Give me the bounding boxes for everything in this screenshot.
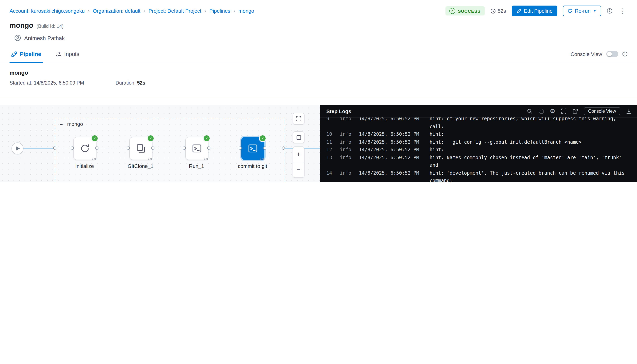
- success-check-badge: ✓: [203, 134, 210, 142]
- log-line-number: 12: [326, 146, 337, 154]
- log-level: info: [340, 130, 353, 138]
- step-card[interactable]: ✓</>: [130, 137, 152, 160]
- success-check-badge: ✓: [147, 134, 154, 142]
- rerun-button[interactable]: Re-run ▼: [563, 6, 601, 16]
- log-message: hint: git config --global init.defaultBr…: [430, 138, 632, 146]
- step-card[interactable]: ✓</>: [74, 137, 96, 160]
- breadcrumb-item[interactable]: Account: kurosakiichigo.songoku: [10, 8, 85, 14]
- step-label: GitClone_1: [115, 163, 166, 169]
- pipeline-step-node[interactable]: ✓</>GitClone_1: [130, 137, 152, 159]
- check-circle-icon: ✓: [450, 8, 455, 14]
- log-level: info: [340, 154, 353, 162]
- user-name: Animesh Pathak: [24, 35, 65, 41]
- download-icon[interactable]: [626, 108, 632, 114]
- external-link-icon[interactable]: [573, 108, 578, 114]
- fullscreen-icon[interactable]: [561, 108, 567, 114]
- tab-inputs[interactable]: Inputs: [54, 45, 81, 63]
- connector-port[interactable]: [127, 146, 130, 150]
- pipeline-step-node[interactable]: ✓</>Initialize: [74, 137, 96, 159]
- stage-group-label: mongo: [67, 121, 83, 127]
- log-line-number: 14: [326, 169, 337, 177]
- started-at: Started at: 14/8/2025, 6:50:09 PM: [10, 80, 111, 86]
- log-line-number: 13: [326, 154, 337, 162]
- pencil-icon: [516, 8, 522, 14]
- pipeline-step-node[interactable]: ✓</>Run_1: [186, 137, 208, 159]
- avatar-icon: [14, 34, 21, 41]
- log-message: hint:: [430, 146, 632, 154]
- log-message: hint: Names commonly chosen instead of '…: [430, 154, 632, 169]
- canvas-fullscreen-button[interactable]: [292, 113, 304, 125]
- connector-port[interactable]: [238, 146, 242, 150]
- connector-port[interactable]: [207, 146, 210, 150]
- connector-solid-line-start: [23, 148, 54, 148]
- zoom-in-button[interactable]: +: [293, 147, 304, 162]
- connector-port[interactable]: [263, 146, 266, 150]
- log-row: 12info14/8/2025, 6:50:52 PMhint:: [326, 146, 632, 154]
- breadcrumb-item[interactable]: mongo: [238, 8, 254, 14]
- console-view-toggle[interactable]: [606, 51, 618, 57]
- collapse-group-icon[interactable]: −: [60, 121, 63, 127]
- play-icon: [16, 146, 20, 150]
- tab-bar: Pipeline Inputs Console View: [0, 45, 637, 63]
- duration-value: 52s: [498, 8, 506, 14]
- console-view-info-icon[interactable]: [622, 51, 628, 57]
- edit-pipeline-button[interactable]: Edit Pipeline: [512, 6, 558, 16]
- edit-pipeline-label: Edit Pipeline: [524, 8, 553, 14]
- status-label: SUCCESS: [458, 8, 480, 13]
- log-message: hint:: [430, 130, 632, 138]
- breadcrumb-separator: ›: [204, 8, 206, 14]
- log-timestamp: 14/8/2025, 6:50:52 PM: [359, 154, 419, 162]
- pipeline-step-node[interactable]: ✓</>commit to git: [242, 137, 264, 159]
- terminal-icon: [248, 143, 258, 154]
- step-label: Initialize: [59, 163, 110, 169]
- log-line-number: 11: [326, 138, 337, 146]
- connector-port[interactable]: [182, 146, 186, 150]
- step-card[interactable]: ✓</>: [186, 137, 208, 160]
- clone-icon: [136, 143, 146, 154]
- success-check-badge: ✓: [259, 134, 266, 142]
- pipeline-canvas[interactable]: − mongo ✓</>Initialize✓</>GitClone_1✓</>…: [0, 105, 320, 182]
- log-level: info: [340, 138, 353, 146]
- rerun-label: Re-run: [575, 8, 591, 14]
- connector-port[interactable]: [282, 146, 285, 150]
- console-view-button[interactable]: Console View: [584, 107, 620, 115]
- breadcrumb-item[interactable]: Pipelines: [210, 8, 230, 14]
- step-logs-header: Step Logs ⚙: [320, 105, 637, 118]
- canvas-fit-view-button[interactable]: [292, 132, 304, 143]
- breadcrumb-separator: ›: [234, 8, 235, 14]
- kebab-menu-icon[interactable]: ⋮: [618, 7, 628, 15]
- log-timestamp: 14/8/2025, 6:50:52 PM: [359, 118, 419, 123]
- pipeline-start-node[interactable]: [12, 142, 24, 154]
- gear-icon[interactable]: ⚙: [550, 108, 555, 115]
- breadcrumb-item[interactable]: Organization: default: [93, 8, 140, 14]
- zoom-controls: + −: [292, 146, 304, 178]
- log-message: hint: of your new repositories, which wi…: [430, 118, 632, 130]
- sync-icon: [80, 143, 90, 154]
- breadcrumb-item[interactable]: Project: Default Project: [148, 8, 201, 14]
- code-glyph-icon: </>: [148, 157, 153, 161]
- log-message: hint: 'development'. The just-created br…: [430, 169, 632, 182]
- info-icon[interactable]: [606, 8, 612, 14]
- success-check-badge: ✓: [91, 134, 98, 142]
- log-level: info: [340, 146, 353, 154]
- code-glyph-icon: </>: [204, 157, 209, 161]
- tab-pipeline-label: Pipeline: [20, 51, 41, 57]
- connector-port[interactable]: [151, 146, 154, 150]
- log-timestamp: 14/8/2025, 6:50:52 PM: [359, 130, 419, 138]
- connector-port[interactable]: [53, 146, 56, 150]
- connector-port[interactable]: [95, 146, 98, 150]
- connector-port[interactable]: [71, 146, 74, 150]
- tab-pipeline[interactable]: Pipeline: [10, 45, 43, 63]
- step-logs-title: Step Logs: [326, 108, 351, 114]
- breadcrumb-separator: ›: [88, 8, 90, 14]
- log-level: info: [340, 169, 353, 177]
- page: Account: kurosakiichigo.songoku›Organiza…: [0, 0, 637, 182]
- zoom-out-button[interactable]: −: [293, 162, 304, 178]
- copy-icon[interactable]: [538, 108, 544, 114]
- log-row: 13info14/8/2025, 6:50:52 PMhint: Names c…: [326, 154, 632, 169]
- console-view-label: Console View: [570, 51, 602, 57]
- search-icon[interactable]: [527, 108, 532, 114]
- step-card[interactable]: ✓</>: [242, 137, 264, 160]
- log-output[interactable]: 9info14/8/2025, 6:50:52 PMhint: of your …: [320, 118, 637, 182]
- log-row: 9info14/8/2025, 6:50:52 PMhint: of your …: [326, 118, 632, 130]
